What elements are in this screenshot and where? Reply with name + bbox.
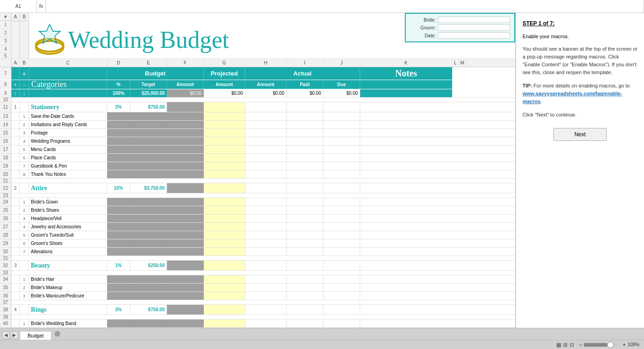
next-button[interactable]: Next [553,128,607,141]
row-29: 29 6 Groom's Shoes [0,239,515,248]
section-3-header: 32 3 Beauty 1% $250.00 [0,261,515,271]
col-headers-row: A B C D E F G H I J K L M [0,59,515,67]
item-2-6-name: Groom's Shoes [29,239,107,247]
right-panel: STEP 1 of 7: Enable your macros. You sho… [515,13,644,328]
tab-add-button[interactable]: ⊕ [52,329,63,340]
bride-input[interactable] [438,17,510,23]
section-3-name: Beauty [29,261,107,270]
item-1-2-name: Invitations and Reply Cards [29,121,107,128]
bride-label: Bride: [410,17,436,23]
totals-amount: $0.00 [167,89,204,97]
formula-fx: fx [37,0,46,12]
zoom-out-icon[interactable]: − [579,342,582,348]
item-1-4-name: Wedding Programs [29,137,107,145]
col-m: M [459,59,466,67]
section-2-header: 22 2 Attire 15% $3,750.00 [0,183,515,193]
cell-11a: 1 [12,102,20,112]
row-num-22: 22 [0,183,12,193]
section-1-name: Stationery [29,102,107,112]
totals-row-9: 9 ↑ ↓ 100% $25,000.00 $0.00 $0.00 $0.00 … [0,89,515,98]
view-normal-icon[interactable]: ▦ [556,342,561,348]
zoom-slider[interactable] [584,343,621,347]
spacer-33: 33 [0,271,515,275]
col-actual-header: Amount [245,80,287,89]
tip-link: www.savvyspreadsheets.com/faq/enable-mac… [523,91,622,104]
row-14: 14 2 Invitations and Reply Cards [0,121,515,129]
section-4-target: $750.00 [130,305,167,314]
panel-line2: You should see a banner at the top of th… [523,45,638,76]
zoom-handle[interactable] [607,342,614,348]
section-3-target: $250.00 [130,261,167,270]
row-num-24: 24 [0,198,12,206]
tab-budget[interactable]: Budget [20,331,52,340]
formula-bar-area: A1 fx [0,0,644,13]
section-1-target: $750.00 [130,102,167,112]
date-input[interactable] [438,32,510,39]
groom-input[interactable] [438,24,510,31]
plus-icon: + [20,67,29,80]
col-d: D [107,59,130,67]
cell-8k [360,80,452,89]
row-num-9: 9 [0,89,12,97]
section-1-header: 11 1 Stationery 3% $750.00 [0,102,515,112]
date-label: Date: [410,33,436,38]
row-num-11: 11 [0,102,12,112]
formula-input[interactable] [46,0,644,12]
col-header-row: ▼ [0,13,11,21]
bride-form: Bride: Groom: Date: [405,13,515,42]
row-num-38: 38 [0,305,12,314]
row-17: 17 5 Menu Cards [0,145,515,154]
panel-tip: TIP: For more details on enabling macros… [523,82,638,105]
col-header-a: A [12,13,19,21]
row-num-35: 35 [0,284,12,291]
section-3-pct: 1% [107,261,130,270]
row-15: 15 3 Postage [0,129,515,137]
cell-11f [167,102,204,112]
row-num-17: 17 [0,145,12,153]
row-num-23: 23 [0,193,12,198]
actual-header: Actual [245,67,360,80]
tab-scroll-right[interactable]: ▶ [11,332,18,338]
spacer-row-10: 10 [0,98,515,102]
panel-line3: Click "Next" to continue. [523,111,638,119]
item-1-5-name: Menu Cards [29,145,107,153]
name-box[interactable]: A1 [0,0,37,12]
totals-due: $0.00 [323,89,360,97]
row-num-4: 4 [0,45,11,53]
row-num-20: 20 [0,170,12,178]
row-num-27: 27 [0,223,12,231]
view-page-layout-icon[interactable]: ⊞ [563,342,568,348]
item-2-7-name: Alterations [29,248,107,256]
col-amount-header: Amount [167,80,204,89]
cell-8a-plus: + [12,80,20,89]
notes-header: Notes [360,67,452,80]
col-projected-header: Amount [204,80,245,89]
row-num-26: 26 [0,215,12,222]
row-num-8: 8 [0,80,12,89]
tab-scroll-left[interactable]: ◀ [2,332,10,338]
row-num-29: 29 [0,239,12,247]
zoom-level: 109% [627,342,639,347]
app-title: Wedding Budget [68,28,229,52]
row-27: 27 4 Jewelry and Accessories [0,223,515,231]
cell-11h [245,102,287,112]
cell-11k [360,102,452,112]
col-due-header: Due [323,80,360,89]
item-3-3-name: Bride's Manicure/Pedicure [29,292,107,300]
header-row-7: 7 + Budget Projected Actual Notes [0,67,515,80]
totals-paid: $0.00 [287,89,323,97]
item-3-1-name: Bride's Hair [29,275,107,283]
view-pagebreak-icon[interactable]: ⊟ [569,342,574,348]
sheet-body: 7 + Budget Projected Actual Notes 8 + - … [0,67,515,328]
zoom-in-icon[interactable]: + [622,342,626,348]
cell-9k [360,89,452,97]
col-paid-header: Paid [287,80,323,89]
row-18: 18 6 Place Cards [0,154,515,162]
row-24: 24 1 Bride's Gown [0,198,515,206]
totals-projected: $0.00 [204,89,245,97]
row-num-36: 36 [0,292,12,300]
row-num-7: 7 [0,67,12,80]
col-g: G [204,59,245,67]
item-1-1-name: Save-the-Date Cards [29,112,107,120]
row-num-32: 32 [0,261,12,270]
